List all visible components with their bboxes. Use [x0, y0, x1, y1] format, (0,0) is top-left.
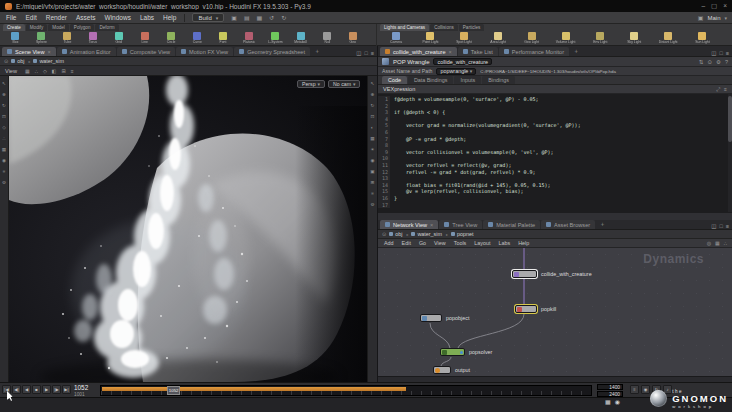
shelf-tool[interactable]: Null	[314, 31, 340, 46]
network-menu-item[interactable]: Go	[418, 240, 427, 246]
play-reverse-button[interactable]: ◀	[22, 385, 31, 394]
expand-editor-icon[interactable]: ⤢	[716, 86, 720, 93]
pane-tab[interactable]: Composite View×	[117, 47, 175, 56]
grid-toggle-icon[interactable]: ⊞	[371, 180, 375, 185]
pane-menu-icon[interactable]: ≡	[371, 50, 374, 56]
network-menu-item[interactable]: Add	[383, 240, 395, 246]
camera-menu[interactable]: No cam▾	[328, 80, 360, 88]
pane-maximize-icon[interactable]: □	[719, 50, 722, 56]
breadcrumb[interactable]: popnet	[451, 231, 474, 237]
global-end-field[interactable]: 2400	[597, 391, 623, 397]
view-select-icon[interactable]: ↖	[371, 81, 375, 86]
help-icon[interactable]: ?	[725, 59, 728, 65]
step-back-button[interactable]: ◀|	[12, 385, 21, 394]
parameter-tab[interactable]: Bindings	[482, 76, 515, 84]
shelf-tool[interactable]: Area Light	[481, 31, 515, 46]
shelf-tool[interactable]: Volume Light	[549, 31, 583, 46]
shelf-tool[interactable]: Line	[132, 31, 158, 46]
pane-tab[interactable]: Motion FX View×	[176, 47, 233, 56]
camera-tool-icon[interactable]: ◉	[2, 158, 6, 163]
title-bar[interactable]: E:/miguel/vfx/projects/water_workshop/ho…	[0, 0, 732, 12]
shelf-tab[interactable]: Polygon	[70, 24, 95, 31]
node-name-field[interactable]: collide_with_creature	[433, 58, 492, 65]
breadcrumb[interactable]: water_sim	[33, 58, 64, 64]
view-options-icon[interactable]: ≡	[71, 68, 74, 74]
shelf-tool[interactable]: Sky Light	[617, 31, 651, 46]
shelf-tab[interactable]: Deform	[95, 24, 118, 31]
pane-split-icon[interactable]: ◫	[711, 223, 716, 229]
playback-options-icon[interactable]: ≡	[630, 385, 639, 394]
pane-tab[interactable]: Performance Monitor×	[499, 47, 569, 56]
settings-tool-icon[interactable]: ⚙	[2, 180, 6, 185]
parameter-tab[interactable]: Code	[382, 76, 407, 84]
node-popobject[interactable]	[420, 314, 442, 322]
close-icon[interactable]: ×	[723, 2, 727, 10]
camera-menu[interactable]: Persp▾	[297, 80, 325, 88]
shelf-tool[interactable]: Sun Light	[685, 31, 719, 46]
asset-type-dropdown[interactable]: popwrangle ▾	[436, 68, 476, 75]
pane-tab[interactable]: collide_with_creature×	[380, 47, 457, 56]
pane-tab[interactable]: Scene View×	[2, 47, 56, 56]
pane-tab[interactable]: Network View×	[380, 220, 438, 229]
shelf-tool[interactable]: Font	[210, 31, 236, 46]
network-menu-item[interactable]: Edit	[401, 240, 412, 246]
scale-tool-icon[interactable]: ⊡	[2, 114, 6, 119]
shelf-tool[interactable]: Spot Light	[447, 31, 481, 46]
shelf-tab[interactable]: Modify	[26, 24, 48, 31]
translate-tool-icon[interactable]: ⊕	[2, 92, 6, 97]
breadcrumb[interactable]: obj	[389, 231, 408, 237]
pane-tab[interactable]: Take List×	[458, 47, 498, 56]
desktop-selector[interactable]: Build▾	[192, 13, 224, 22]
shelf-tool[interactable]: Circle	[158, 31, 184, 46]
menu-item[interactable]: Edit	[24, 14, 37, 21]
shelf-tool[interactable]: Box	[2, 31, 28, 46]
play-button[interactable]: ▶	[42, 385, 51, 394]
multi-snap-icon[interactable]: ◇	[43, 68, 47, 74]
redo-icon[interactable]: ↻	[281, 14, 286, 21]
network-menu-item[interactable]: Layout	[473, 240, 491, 246]
display-options-icon[interactable]: ≡	[371, 191, 374, 196]
gear-icon[interactable]: ⚙	[716, 59, 721, 65]
new-tab-icon[interactable]: ＋	[596, 220, 608, 229]
shelf-tool[interactable]: Platonic	[236, 31, 262, 46]
scrollbar-thumb[interactable]	[728, 96, 732, 142]
close-tab-icon[interactable]: ×	[47, 49, 50, 55]
shelf-tab[interactable]: Lights and Cameras	[380, 24, 429, 31]
shelf-tool[interactable]: Env Light	[583, 31, 617, 46]
shelf-tool[interactable]: Geo Light	[515, 31, 549, 46]
shelf-tab[interactable]: Create	[3, 24, 25, 31]
pane-menu-icon[interactable]: ≡	[726, 50, 729, 56]
node-output[interactable]	[433, 366, 451, 374]
menu-item[interactable]: Assets	[75, 14, 97, 21]
step-forward-button[interactable]: |▶	[52, 385, 61, 394]
pane-tab[interactable]: Asset Browser×	[541, 220, 595, 229]
pane-tab[interactable]: Geometry Spreadsheet×	[234, 47, 310, 56]
shelf-tool[interactable]: Point Light	[413, 31, 447, 46]
menu-item[interactable]: Windows	[104, 14, 132, 21]
pose-tool-icon[interactable]: ◇	[2, 125, 6, 130]
shelf-tool[interactable]: Metaball	[288, 31, 314, 46]
pane-maximize-icon[interactable]: □	[719, 223, 722, 229]
shelf-tool[interactable]: Sphere	[28, 31, 54, 46]
desktop-menu[interactable]: ▣Main▾	[698, 14, 727, 21]
net-overview-icon[interactable]: ▦	[715, 240, 720, 246]
start-frame-field[interactable]: 1001	[74, 392, 85, 397]
viewport-3d-render[interactable]	[9, 76, 367, 382]
new-scene-icon[interactable]: ▣	[231, 14, 237, 21]
shelf-tool[interactable]: Camera	[379, 31, 413, 46]
code-scrollbar[interactable]	[728, 94, 732, 212]
shelf-tool[interactable]: Grid	[106, 31, 132, 46]
view-zoom-icon[interactable]: ⊡	[371, 114, 375, 119]
jump-to-start-button[interactable]: |◀	[2, 385, 11, 394]
wireframe-icon[interactable]: ▦	[370, 136, 374, 141]
pin-icon[interactable]: ⊙	[382, 231, 386, 237]
playhead[interactable]: 1052	[167, 386, 180, 395]
new-tab-icon[interactable]: ＋	[311, 47, 323, 56]
undo-icon[interactable]: ↺	[269, 14, 274, 21]
select-tool-icon[interactable]: ↖	[2, 81, 6, 86]
menu-item[interactable]: File	[5, 14, 17, 21]
snippet-menu-icon[interactable]: ≡	[724, 86, 727, 93]
breadcrumb[interactable]: water_sim	[411, 231, 448, 237]
shelf-tool[interactable]: Distant Light	[651, 31, 685, 46]
pane-tab[interactable]: Tree View×	[439, 220, 482, 229]
